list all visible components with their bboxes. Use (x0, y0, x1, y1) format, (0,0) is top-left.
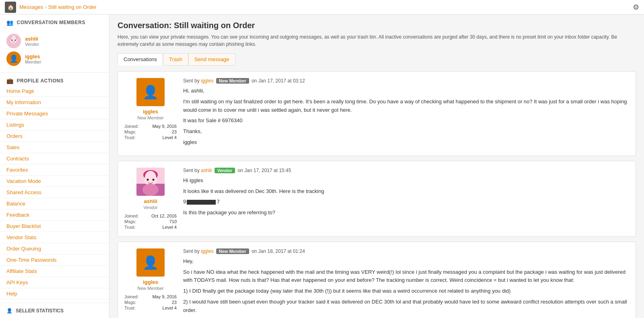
svg-point-10 (145, 171, 156, 184)
ashlii-role: Vendor (25, 42, 39, 47)
msg-3-msgs: Msgs: 23 (124, 300, 177, 305)
anime-avatar-svg (6, 34, 21, 48)
ashlii-info: ashlii Vendor (25, 36, 39, 47)
profile-actions-header: 💼 PROFILE ACTIONS (0, 73, 109, 86)
msg-1-avatar: 👤 (136, 78, 165, 106)
iggles-avatar-icon: 👤 (9, 54, 18, 63)
sidebar-listings[interactable]: Listings (0, 119, 109, 131)
sidebar-orders[interactable]: Orders (0, 131, 109, 142)
iggles-role: Member (25, 59, 41, 64)
msg-2-username[interactable]: ashlii (144, 198, 157, 204)
msg-2-sender-info: ashlii Vendor Joined: Oct 12, 2016 Msgs:… (124, 168, 177, 230)
msg-3-sender-info: 👤 iggles New Member Joined: May 9, 2016 … (124, 248, 177, 318)
sidebar-vendor-stats[interactable]: Vendor Stats (0, 232, 109, 243)
msg-3-avatar: 👤 (136, 248, 165, 277)
msg-3-joined: Joined: May 9, 2016 (124, 294, 177, 300)
iggles-avatar: 👤 (6, 51, 21, 66)
msg-2-role: Vendor (144, 205, 158, 210)
sidebar-my-information[interactable]: My Information (0, 97, 109, 108)
tab-send-message[interactable]: Send message (188, 53, 235, 66)
msg-2-content: Hi iggles It looks like it was delivered… (183, 176, 629, 217)
sidebar-api-keys[interactable]: API Keys (0, 277, 109, 288)
msg-1-msgs: Msgs: 23 (124, 129, 177, 135)
sidebar-shared-access[interactable]: Shared Access (0, 187, 109, 198)
msg-2-header: Sent by ashlii Vendor on Jan 17, 2017 at… (183, 168, 629, 173)
svg-point-3 (11, 36, 17, 42)
msg-3-content: Hey, So i have NO idea what the heck hap… (183, 257, 629, 318)
msg-1-sender-info: 👤 iggles New Member Joined: May 9, 2016 … (124, 78, 177, 149)
sidebar-sales[interactable]: Sales (0, 142, 109, 153)
msg-1-sender-link[interactable]: iggles (201, 78, 213, 84)
member-iggles: 👤 iggles Member (6, 50, 103, 68)
sidebar-home-page[interactable]: Home Page (0, 86, 109, 97)
sidebar-order-queuing[interactable]: Order Queuing (0, 243, 109, 254)
iggles-info: iggles Member (25, 53, 41, 64)
main-content: Conversation: Still waiting on Order Her… (109, 14, 644, 318)
sidebar-contracts[interactable]: Contracts (0, 153, 109, 164)
message-2: ashlii Vendor Joined: Oct 12, 2016 Msgs:… (118, 161, 636, 237)
page-description: Here, you can view your private messages… (118, 33, 636, 48)
sidebar-affiliate-stats[interactable]: Affiliate Stats (0, 266, 109, 277)
stats-icon: 👤 (6, 308, 12, 314)
msg-2-msgs: Msgs: 710 (124, 219, 177, 224)
msg-3-username[interactable]: iggles (143, 279, 158, 285)
msg-1-date: on Jan 17, 2017 at 03:12 (252, 78, 305, 84)
members-icon: 👥 (6, 19, 14, 26)
tab-trash[interactable]: Trash (163, 53, 188, 66)
msg-3-role: New Member (137, 286, 163, 291)
iggles-name[interactable]: iggles (25, 53, 41, 59)
seller-statistics: 👤 SELLER STATISTICS Currently selling Li… (0, 303, 109, 318)
msg-1-content: Hi, ashlii, I'm still waiting on my last… (183, 87, 629, 147)
msg-2-line-0: Hi iggles (183, 176, 629, 185)
msg-2-sender-link[interactable]: ashlii (201, 168, 212, 173)
sidebar-private-messages[interactable]: Private Messages (0, 108, 109, 119)
msg-2-line-3: Is this the package you are referring to… (183, 209, 629, 217)
sidebar-buyer-blacklist[interactable]: Buyer Blacklist (0, 221, 109, 232)
breadcrumb: Messages › Still waiting on Order (19, 4, 97, 10)
msg-1-username[interactable]: iggles (143, 109, 158, 115)
message-1: 👤 iggles New Member Joined: May 9, 2016 … (118, 71, 636, 156)
ashlii-name[interactable]: ashlii (25, 36, 39, 42)
conversation-members: ashlii Vendor 👤 iggles Member (0, 29, 109, 73)
svg-point-5 (15, 40, 16, 41)
message-3: 👤 iggles New Member Joined: May 9, 2016 … (118, 242, 636, 318)
msg-3-line-1: So i have NO idea what the heck happened… (183, 268, 629, 285)
home-button[interactable]: 🏠 (5, 2, 16, 13)
msg-3-header: Sent by iggles New Member on Jan 18, 201… (183, 248, 629, 254)
breadcrumb-current: Still waiting on Order (48, 4, 97, 10)
conv-members-header: 👥 CONVERSATION MEMBERS (0, 14, 109, 29)
msg-1-line-2: It was for Sale # 6976340 (183, 117, 629, 125)
msg-2-body: Sent by ashlii Vendor on Jan 17, 2017 at… (183, 168, 629, 230)
msg-1-role: New Member (137, 115, 163, 120)
sidebar-help[interactable]: Help (0, 288, 109, 300)
msg-2-badge: Vendor (215, 168, 235, 173)
msg-1-trust: Trust: Level 4 (124, 135, 177, 140)
msg-1-line-0: Hi, ashlii, (183, 87, 629, 95)
msg-1-body: Sent by iggles New Member on Jan 17, 201… (183, 78, 629, 149)
sidebar-balance[interactable]: Balance (0, 198, 109, 209)
sidebar-one-time-passwords[interactable]: One-Time Passwords (0, 254, 109, 266)
member-ashlii: ashlii Vendor (6, 32, 103, 50)
msg-3-sender-link[interactable]: iggles (201, 248, 213, 254)
topbar: 🏠 Messages › Still waiting on Order ⚙ (0, 0, 644, 14)
svg-point-4 (12, 40, 13, 41)
msg-2-line-2: 9 7 (183, 198, 629, 206)
svg-point-12 (153, 178, 155, 181)
sidebar-favorites[interactable]: Favorites (0, 164, 109, 176)
msg-1-line-4: iggles (183, 138, 629, 147)
msg-3-line-0: Hey, (183, 257, 629, 266)
msg-3-badge: New Member (216, 248, 249, 254)
breadcrumb-messages[interactable]: Messages (19, 4, 43, 10)
tab-conversations[interactable]: Conversations (118, 53, 163, 66)
briefcase-icon: 💼 (6, 78, 14, 84)
msg-3-trust: Trust: Level 4 (124, 305, 177, 311)
sidebar-feedback[interactable]: Feedback (0, 209, 109, 221)
redacted-tracking (187, 200, 216, 205)
settings-icon[interactable]: ⚙ (633, 3, 639, 12)
svg-point-11 (147, 178, 149, 181)
msg-2-joined: Joined: Oct 12, 2016 (124, 213, 177, 219)
breadcrumb-sep: › (45, 4, 46, 10)
msg-1-header: Sent by iggles New Member on Jan 17, 201… (183, 78, 629, 84)
sidebar-vacation-mode[interactable]: Vacation Mode (0, 176, 109, 187)
msg-2-date: on Jan 17, 2017 at 15:45 (237, 168, 291, 173)
